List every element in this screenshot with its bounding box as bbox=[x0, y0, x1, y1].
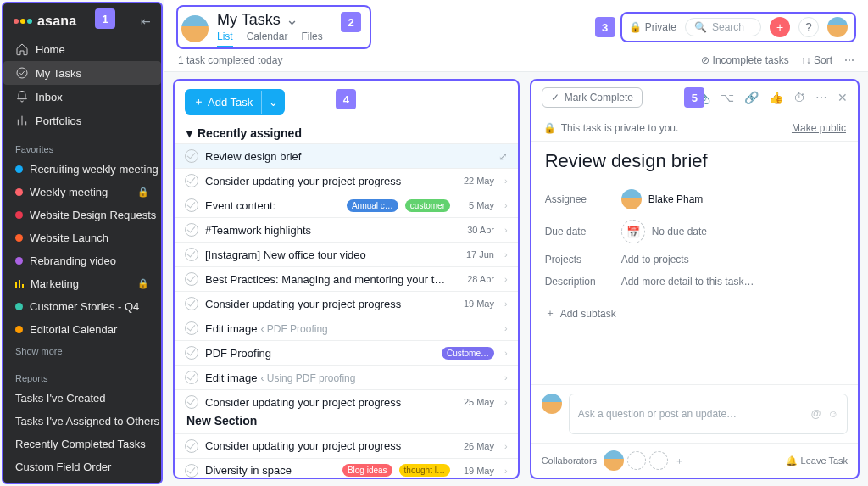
collab-slot[interactable] bbox=[627, 451, 646, 470]
profile-avatar[interactable] bbox=[827, 17, 848, 37]
like-icon[interactable]: 👍 bbox=[769, 91, 783, 104]
task-row[interactable]: Diversity in spaceBlog ideasthought l…19… bbox=[175, 458, 518, 478]
add-subtask-button[interactable]: ＋Add subtask bbox=[545, 293, 844, 327]
chevron-down-icon[interactable]: ⌄ bbox=[286, 10, 298, 29]
tutorial-badge-3: 3 bbox=[595, 17, 615, 37]
task-check-icon[interactable] bbox=[185, 439, 198, 453]
task-row[interactable]: Edit image‹ PDF Proofing› bbox=[175, 316, 518, 340]
bars-icon bbox=[15, 114, 29, 127]
task-row[interactable]: Review design brief⤢ bbox=[175, 143, 518, 168]
timer-icon[interactable]: ⏱ bbox=[793, 91, 805, 104]
task-check-icon[interactable] bbox=[185, 174, 198, 187]
task-row[interactable]: Edit image‹ Using PDF proofing› bbox=[175, 365, 518, 389]
search-input[interactable]: 🔍Search bbox=[685, 18, 761, 36]
comment-input[interactable]: Ask a question or post an update… @☺ bbox=[569, 394, 848, 434]
emoji-icon[interactable]: ☺ bbox=[828, 408, 838, 420]
task-check-icon[interactable] bbox=[185, 371, 198, 384]
tag-pill[interactable]: thought l… bbox=[399, 464, 450, 477]
task-check-icon[interactable] bbox=[185, 346, 198, 360]
more-icon[interactable]: ⋯ bbox=[844, 54, 854, 66]
chevron-right-icon: › bbox=[504, 200, 508, 210]
task-row[interactable]: #Teamwork highlights30 Apr› bbox=[175, 217, 518, 242]
sidebar-favorite-item[interactable]: Marketing🔒 bbox=[3, 272, 161, 295]
sidebar-report-item[interactable]: Tasks I've Created bbox=[3, 387, 161, 410]
sidebar-report-item[interactable]: Tasks I've Assigned to Others bbox=[3, 410, 161, 433]
task-title[interactable]: Review design brief bbox=[545, 150, 844, 172]
filter-incomplete[interactable]: ⊘ Incomplete tasks bbox=[701, 54, 788, 66]
task-check-icon[interactable] bbox=[185, 198, 198, 212]
description-value[interactable]: Add more detail to this task… bbox=[621, 276, 754, 288]
collab-slot[interactable] bbox=[649, 451, 668, 470]
sidebar-favorite-item[interactable]: Weekly meeting🔒 bbox=[3, 181, 161, 204]
check-icon: ✓ bbox=[551, 92, 559, 103]
task-check-icon[interactable] bbox=[185, 395, 198, 409]
task-row[interactable]: Consider updating your project progress2… bbox=[175, 168, 518, 193]
task-title: Review design brief bbox=[205, 150, 492, 163]
add-task-button[interactable]: ＋Add Task ⌄ bbox=[185, 89, 285, 115]
expand-icon[interactable]: ⤢ bbox=[498, 150, 508, 163]
due-date-value[interactable]: 📅No due date bbox=[621, 220, 707, 243]
user-avatar[interactable] bbox=[181, 15, 209, 42]
section-new-section[interactable]: New Section bbox=[175, 409, 518, 433]
more-icon[interactable]: ⋯ bbox=[815, 91, 827, 104]
task-check-icon[interactable] bbox=[185, 464, 198, 478]
task-check-icon[interactable] bbox=[185, 223, 198, 237]
tab-files[interactable]: Files bbox=[301, 31, 322, 47]
tag-pill[interactable]: customer bbox=[405, 199, 450, 212]
tab-calendar[interactable]: Calendar bbox=[247, 31, 288, 47]
chevron-right-icon: › bbox=[504, 323, 508, 333]
assignee-value[interactable]: Blake Pham bbox=[621, 189, 704, 209]
add-task-dropdown[interactable]: ⌄ bbox=[261, 91, 285, 114]
sidebar-favorite-item[interactable]: Recruiting weekly meeting bbox=[3, 158, 161, 181]
sidebar-report-item[interactable]: Custom Field Order bbox=[3, 455, 161, 478]
privacy-indicator[interactable]: 🔒Private bbox=[629, 21, 676, 33]
task-check-icon[interactable] bbox=[185, 272, 198, 286]
tag-pill[interactable]: Custome… bbox=[442, 347, 494, 360]
task-check-icon[interactable] bbox=[185, 297, 198, 310]
nav-home[interactable]: Home bbox=[3, 37, 161, 61]
task-row[interactable]: Event content:Annual c…customer5 May› bbox=[175, 193, 518, 217]
task-row[interactable]: PDF ProofingCustome…› bbox=[175, 340, 518, 365]
mark-complete-button[interactable]: ✓Mark Complete bbox=[542, 87, 643, 108]
sidebar-favorite-item[interactable]: Website Design Requests bbox=[3, 204, 161, 226]
sidebar-report-item[interactable]: Recently Completed Tasks bbox=[3, 433, 161, 455]
task-check-icon[interactable] bbox=[185, 149, 198, 163]
task-list-panel: 4 ＋Add Task ⌄ ▾ Recently assigned Review… bbox=[173, 79, 520, 479]
help-button[interactable]: ? bbox=[798, 17, 819, 37]
mention-icon[interactable]: @ bbox=[811, 408, 821, 420]
task-row[interactable]: Consider updating your project progress2… bbox=[175, 389, 518, 409]
task-check-icon[interactable] bbox=[185, 321, 198, 335]
sidebar-favorite-item[interactable]: Editorial Calendar bbox=[3, 318, 161, 341]
bars-icon bbox=[15, 280, 24, 288]
add-collaborator-icon[interactable]: ＋ bbox=[675, 455, 684, 467]
make-public-link[interactable]: Make public bbox=[792, 122, 846, 134]
global-add-button[interactable]: + bbox=[770, 17, 790, 37]
tab-list[interactable]: List bbox=[217, 31, 233, 47]
task-row[interactable]: [Instagram] New office tour video17 Jun› bbox=[175, 242, 518, 266]
tag-pill[interactable]: Annual c… bbox=[347, 199, 398, 212]
tag-pill[interactable]: Blog ideas bbox=[342, 464, 392, 477]
link-icon[interactable]: 🔗 bbox=[744, 91, 759, 104]
nav-inbox[interactable]: Inbox bbox=[3, 85, 161, 109]
sort-button[interactable]: ↑↓ Sort bbox=[801, 54, 832, 66]
sidebar-report-item[interactable]: Marketing & Recruiting Collabo… bbox=[3, 478, 161, 484]
subtask-icon[interactable]: ⌥ bbox=[721, 91, 734, 104]
task-row[interactable]: Best Practices: Managing and mentoring y… bbox=[175, 266, 518, 291]
collaborators-label: Collaborators bbox=[542, 455, 597, 466]
close-icon[interactable]: ✕ bbox=[837, 91, 848, 104]
task-row[interactable]: Consider updating your project progress2… bbox=[175, 433, 518, 458]
sidebar-favorite-item[interactable]: Rebranding video bbox=[3, 249, 161, 272]
home-icon bbox=[15, 42, 29, 56]
projects-value[interactable]: Add to projects bbox=[621, 254, 689, 265]
nav-portfolios[interactable]: Portfolios bbox=[3, 109, 161, 132]
collaborators[interactable]: ＋ bbox=[604, 450, 684, 471]
sidebar-favorite-item[interactable]: Website Launch bbox=[3, 226, 161, 249]
task-row[interactable]: Consider updating your project progress1… bbox=[175, 291, 518, 316]
sidebar-favorite-item[interactable]: Customer Stories - Q4 bbox=[3, 295, 161, 318]
leave-task-button[interactable]: 🔔Leave Task bbox=[786, 455, 848, 466]
show-more-link[interactable]: Show more bbox=[3, 341, 161, 361]
sidebar-collapse-icon[interactable]: ⇤ bbox=[141, 14, 151, 28]
nav-my-tasks[interactable]: My Tasks bbox=[3, 61, 161, 85]
section-recently-assigned[interactable]: ▾ Recently assigned bbox=[175, 123, 518, 143]
task-check-icon[interactable] bbox=[185, 248, 198, 261]
